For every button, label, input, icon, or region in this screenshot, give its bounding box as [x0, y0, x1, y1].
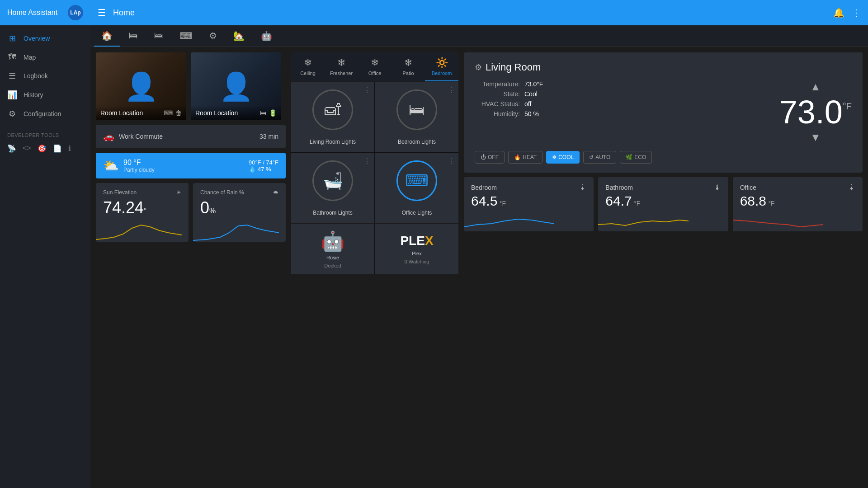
patio-label: Patio: [402, 70, 414, 76]
therm-hvac-val: off: [524, 100, 531, 108]
sidebar-item-history[interactable]: 📊 History: [0, 85, 90, 104]
therm-eco-btn[interactable]: 🌿 ECO: [620, 151, 652, 164]
fan-tab-ceiling[interactable]: ❄ Ceiling: [291, 52, 325, 81]
mini-temp-bedroom[interactable]: Bedroom 🌡 64.5 °F: [464, 177, 594, 231]
overview-icon: ⊞: [7, 33, 17, 43]
mini-chart-bathroom: [598, 211, 689, 231]
weather-text: 90 °F Partly cloudy: [123, 159, 155, 173]
dev-doc-icon[interactable]: 📄: [53, 144, 62, 153]
bedroom-light-name: Bedroom Lights: [398, 139, 436, 145]
map-icon: 🗺: [7, 52, 17, 62]
fan-tabs: ❄ Ceiling ❄ Freshener ❄ Office ❄ Patio 🔆…: [291, 52, 458, 81]
tab-settings[interactable]: ⚙: [202, 25, 224, 47]
room-card-2-overlay: Room Location 🛏 🔋: [191, 106, 281, 120]
living-room-more-btn[interactable]: ⋮: [363, 86, 371, 94]
dev-info-icon[interactable]: ℹ: [68, 144, 71, 153]
therm-heat-btn[interactable]: 🔥 HEAT: [508, 151, 542, 164]
office-fan-icon: ❄: [371, 57, 379, 69]
tab-bed1[interactable]: 🛏: [122, 25, 145, 47]
therm-off-btn[interactable]: ⏻ OFF: [475, 151, 505, 164]
rain-chart: [193, 217, 279, 242]
dev-target-icon[interactable]: 🎯: [38, 144, 47, 153]
rosie-status: Docked: [324, 263, 341, 268]
therm-temp-key: Temperature:: [475, 80, 520, 88]
fan-tab-freshener[interactable]: ❄ Freshener: [325, 52, 358, 81]
therm-state-key: State:: [475, 90, 520, 98]
patio-fan-icon: ❄: [404, 57, 412, 69]
bedroom-more-btn[interactable]: ⋮: [448, 86, 455, 94]
config-icon: ⚙: [7, 109, 17, 119]
tab-home[interactable]: 🏠: [94, 25, 120, 47]
sidebar-item-overview-label: Overview: [24, 35, 50, 42]
bottom-cards: 🤖 Rosie Docked PLEX Plex 0 Watching: [291, 224, 458, 274]
sidebar-item-map[interactable]: 🗺 Map: [0, 48, 90, 66]
fan-tab-bedroom[interactable]: 🔆 Bedroom: [425, 52, 458, 81]
mini-temp-office-header: Office 🌡: [740, 183, 855, 192]
room-card-1[interactable]: 👤 Room Location ⌨ 🗑: [96, 52, 186, 120]
sidebar-header: Home Assistant LAp: [0, 0, 90, 25]
bathroom-lights-card[interactable]: ⋮ 🛁 Bathroom Lights: [291, 153, 374, 223]
fan-tab-office[interactable]: ❄ Office: [358, 52, 392, 81]
office-lights-card[interactable]: ⋮ ⌨ Office Lights: [375, 153, 458, 223]
rain-label: Chance of Rain % 🌧: [200, 189, 278, 196]
therm-cool-btn[interactable]: ❄ COOL: [546, 151, 580, 164]
avatar[interactable]: LAp: [68, 5, 83, 20]
living-room-light-circle: 🛋: [312, 89, 353, 130]
tab-bed2[interactable]: 🛏: [147, 25, 170, 47]
mini-temp-bedroom-unit: °F: [500, 200, 506, 207]
sidebar-item-logbook[interactable]: ☰ Logbook: [0, 66, 90, 85]
dev-wifi-icon[interactable]: 📡: [7, 144, 16, 153]
freshener-label: Freshener: [330, 70, 353, 76]
therm-hvac-key: HVAC Status:: [475, 100, 520, 108]
sidebar-item-overview[interactable]: ⊞ Overview: [0, 29, 90, 48]
plex-card[interactable]: PLEX Plex 0 Watching: [375, 224, 458, 274]
sidebar-item-configuration[interactable]: ⚙ Configuration: [0, 104, 90, 123]
rain-pct: 47 %: [258, 166, 271, 173]
rain-icon: 💧: [249, 166, 256, 173]
mini-temp-office[interactable]: Office 🌡 68.8 °F: [733, 177, 863, 231]
mini-temp-bathroom-value: 64.7: [605, 193, 632, 208]
mini-temp-office-name: Office: [740, 184, 756, 191]
office-light-name: Office Lights: [402, 210, 432, 216]
living-room-light-name: Living Room Lights: [310, 139, 356, 145]
bedroom-light-circle: 🛏: [396, 89, 437, 130]
bathroom-light-circle: 🛁: [312, 160, 353, 201]
rosie-card[interactable]: 🤖 Rosie Docked: [291, 224, 374, 274]
thermostat-card: ⚙ Living Room Temperature: 73.0°F State:…: [464, 52, 863, 173]
bathroom-more-btn[interactable]: ⋮: [363, 157, 371, 165]
menu-icon[interactable]: ☰: [98, 7, 106, 18]
room-card-1-label: Room Location: [100, 109, 143, 117]
office-more-btn[interactable]: ⋮: [448, 157, 455, 165]
mini-chart-bedroom: [464, 211, 554, 231]
temp-down-button[interactable]: ▼: [810, 131, 821, 144]
room-card-2-icons: 🛏 🔋: [260, 109, 277, 117]
sensor-cards: Sun Elevation ☀ 74.24° Chance of Rain % …: [96, 183, 286, 242]
tab-house[interactable]: 🏡: [226, 25, 252, 47]
mini-temp-bedroom-name: Bedroom: [471, 184, 497, 191]
mini-temps: Bedroom 🌡 64.5 °F Bathroom 🌡 64.7: [464, 177, 863, 231]
office-light-circle: ⌨: [396, 160, 437, 201]
rain-unit: %: [209, 207, 216, 215]
commute-card[interactable]: 🚗 Work Commute 33 min: [96, 125, 286, 148]
mini-therm-bathroom-icon: 🌡: [714, 183, 721, 192]
commute-label: Work Commute: [119, 133, 163, 140]
dev-code-icon[interactable]: <>: [23, 144, 31, 153]
bedroom-lights-card[interactable]: ⋮ 🛏 Bedroom Lights: [375, 82, 458, 152]
fan-tab-patio[interactable]: ❄ Patio: [392, 52, 425, 81]
tab-robot[interactable]: 🤖: [254, 25, 279, 47]
bedroom-fan-label: Bedroom: [432, 70, 452, 76]
topbar-icons: 🔔 ⋮: [833, 7, 861, 18]
room-card-2[interactable]: 👤 Room Location 🛏 🔋: [191, 52, 281, 120]
mini-temp-bathroom[interactable]: Bathroom 🌡 64.7 °F: [598, 177, 728, 231]
therm-temp-row: Temperature: 73.0°F: [475, 80, 543, 88]
temp-up-button[interactable]: ▲: [810, 80, 821, 93]
plex-status: 0 Watching: [405, 259, 429, 264]
notifications-icon[interactable]: 🔔: [833, 7, 844, 18]
more-menu-icon[interactable]: ⋮: [852, 7, 861, 18]
therm-auto-btn[interactable]: ↺ AUTO: [583, 151, 616, 164]
sun-elevation-card: Sun Elevation ☀ 74.24°: [96, 183, 189, 242]
thermostat-info: Temperature: 73.0°F State: Cool HVAC Sta…: [475, 80, 543, 117]
weather-card[interactable]: ⛅ 90 °F Partly cloudy 90°F / 74°F 💧 47 %: [96, 153, 286, 178]
tab-keyboard[interactable]: ⌨: [172, 25, 200, 47]
living-room-lights-card[interactable]: ⋮ 🛋 Living Room Lights: [291, 82, 374, 152]
